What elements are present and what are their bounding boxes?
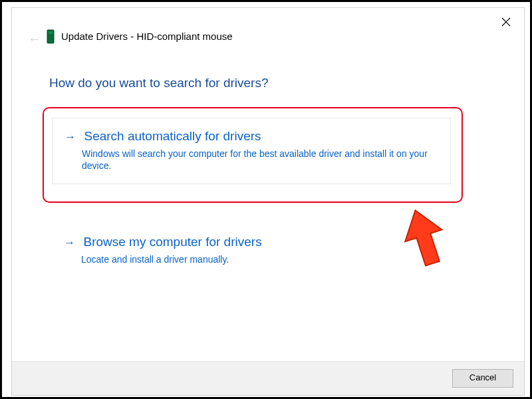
option-description: Locate and install a driver manually. bbox=[81, 253, 439, 265]
device-icon bbox=[47, 29, 55, 44]
option-browse-computer[interactable]: → Browse my computer for drivers Locate … bbox=[52, 224, 451, 277]
title-device: HID-compliant mouse bbox=[136, 31, 232, 42]
option-description: Windows will search your computer for th… bbox=[82, 148, 438, 172]
option-title: Search automatically for drivers bbox=[84, 129, 261, 143]
arrow-right-icon: → bbox=[65, 130, 76, 144]
update-drivers-dialog: ← Update Drivers - HID-compliant mouse H… bbox=[11, 7, 525, 396]
screenshot-frame: ← Update Drivers - HID-compliant mouse H… bbox=[0, 0, 532, 399]
back-icon: ← bbox=[28, 32, 41, 45]
arrow-right-icon: → bbox=[64, 236, 75, 249]
option-search-automatically[interactable]: → Search automatically for drivers Windo… bbox=[52, 118, 451, 184]
close-icon[interactable] bbox=[501, 17, 511, 27]
question-text: How do you want to search for drivers? bbox=[49, 76, 269, 90]
dialog-footer: Cancel bbox=[12, 361, 524, 395]
option-title: Browse my computer for drivers bbox=[83, 235, 261, 249]
dialog-title: Update Drivers - HID-compliant mouse bbox=[61, 31, 233, 42]
cancel-button[interactable]: Cancel bbox=[452, 369, 513, 388]
svg-rect-3 bbox=[49, 31, 53, 34]
title-prefix: Update Drivers - bbox=[61, 31, 136, 42]
